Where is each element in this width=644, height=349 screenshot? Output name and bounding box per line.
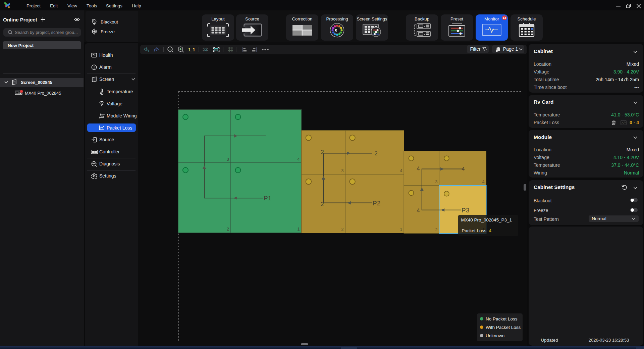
svg-text:2: 2: [435, 228, 438, 232]
svg-text:4: 4: [298, 157, 300, 162]
svg-text:P3: P3: [462, 207, 469, 214]
svg-text:3: 3: [341, 168, 344, 173]
svg-text:2: 2: [341, 227, 344, 232]
svg-text:2: 2: [321, 149, 324, 155]
svg-text:3: 3: [435, 180, 438, 184]
svg-text:4: 4: [417, 165, 420, 172]
svg-text:4: 4: [417, 207, 420, 214]
svg-text:1: 1: [298, 227, 300, 232]
svg-text:P2: P2: [373, 200, 380, 207]
svg-text:2: 2: [227, 227, 229, 232]
svg-text:P1: P1: [264, 195, 271, 202]
svg-text:4: 4: [462, 166, 465, 172]
svg-text:4: 4: [400, 168, 402, 173]
svg-text:3: 3: [227, 157, 229, 162]
svg-text:1: 1: [400, 227, 402, 232]
svg-text:2: 2: [374, 150, 377, 157]
svg-text:2: 2: [321, 201, 324, 207]
svg-text:4: 4: [482, 180, 485, 184]
